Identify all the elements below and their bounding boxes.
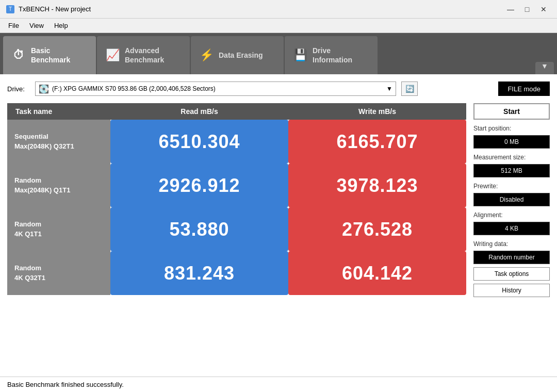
task-cell-2: Random4K Q1T1 [7,207,110,251]
menu-bar: File View Help [0,19,557,33]
minimize-button[interactable]: — [503,4,518,15]
task-cell-3: Random4K Q32T1 [7,251,110,295]
alignment-label: Alignment: [473,211,550,219]
advanced-benchmark-label: AdvancedBenchmark [125,46,164,64]
col-read: Read mB/s [110,103,288,120]
maximize-button[interactable]: □ [520,4,534,15]
app-icon: T [6,5,14,13]
alignment-value[interactable]: 4 KB [473,222,550,235]
start-position-label: Start position: [473,125,550,132]
drive-select[interactable]: 💽 (F:) XPG GAMMIX S70 953.86 GB (2,000,4… [35,81,396,96]
refresh-icon: 🔄 [405,85,414,93]
read-cell-0: 6510.304 [110,120,288,164]
close-button[interactable]: ✕ [536,4,551,15]
menu-view[interactable]: View [25,21,48,30]
read-cell-2: 53.880 [110,207,288,251]
table-row: Random4K Q1T153.880276.528 [7,207,466,251]
menu-file[interactable]: File [4,21,23,30]
prewrite-label: Prewrite: [473,183,550,190]
writing-data-label: Writing data: [473,240,550,248]
toolbar: ⏱ BasicBenchmark 📈 AdvancedBenchmark ⚡ D… [0,33,557,74]
toolbar-dropdown[interactable]: ▼ [535,62,554,74]
file-mode-button[interactable]: FILE mode [498,81,550,96]
start-button[interactable]: Start [473,103,550,120]
write-cell-1: 3978.123 [288,164,466,207]
start-position-value[interactable]: 0 MB [473,135,550,149]
col-write: Write mB/s [288,103,466,120]
status-bar: Basic Benchmark finished successfully. [0,377,557,392]
dropdown-arrow-icon: ▼ [541,62,548,70]
table-row: SequentialMax(2048K) Q32T16510.3046165.7… [7,120,466,164]
measurement-size-label: Measurement size: [473,154,550,161]
read-cell-3: 831.243 [110,251,288,295]
measurement-size-value[interactable]: 512 MB [473,164,550,177]
tab-advanced-benchmark[interactable]: 📈 AdvancedBenchmark [97,36,190,74]
drive-icon: 💾 [293,48,307,62]
drive-select-icon: 💽 [39,84,49,94]
read-cell-1: 2926.912 [110,164,288,207]
drive-label: Drive: [7,85,30,93]
writing-data-value[interactable]: Random number [473,251,550,264]
write-cell-2: 276.528 [288,207,466,251]
menu-help[interactable]: Help [50,21,72,30]
data-erasing-label: Data Erasing [219,51,263,60]
main-area: Drive: 💽 (F:) XPG GAMMIX S70 953.86 GB (… [0,74,557,377]
drive-name: (F:) XPG GAMMIX S70 953.86 GB (2,000,406… [52,85,216,92]
task-cell-1: RandomMax(2048K) Q1T1 [7,164,110,207]
title-bar-left: T TxBENCH - New project [6,5,91,13]
task-cell-0: SequentialMax(2048K) Q32T1 [7,120,110,164]
left-panel: Task name Read mB/s Write mB/s Sequentia… [7,103,466,373]
drive-refresh-button[interactable]: 🔄 [401,81,418,96]
tab-basic-benchmark[interactable]: ⏱ BasicBenchmark [3,36,96,74]
tab-data-erasing[interactable]: ⚡ Data Erasing [191,36,284,74]
right-panel: Start Start position: 0 MB Measurement s… [473,103,550,373]
col-task-name: Task name [7,103,110,120]
status-text: Basic Benchmark finished successfully. [7,381,124,388]
layout-wrapper: Task name Read mB/s Write mB/s Sequentia… [7,103,550,373]
title-bar-controls: — □ ✕ [503,4,551,15]
drive-information-label: DriveInformation [313,46,352,64]
history-button[interactable]: History [473,284,550,297]
basic-benchmark-label: BasicBenchmark [31,46,70,64]
task-options-button[interactable]: Task options [473,267,550,281]
window-title: TxBENCH - New project [19,5,91,13]
chart-icon: 📈 [105,48,120,62]
benchmark-table: Task name Read mB/s Write mB/s Sequentia… [7,103,466,295]
drive-row: Drive: 💽 (F:) XPG GAMMIX S70 953.86 GB (… [7,81,550,96]
tab-drive-information[interactable]: 💾 DriveInformation [285,36,378,74]
erasing-icon: ⚡ [199,48,214,62]
table-row: RandomMax(2048K) Q1T12926.9123978.123 [7,164,466,207]
prewrite-value[interactable]: Disabled [473,193,550,206]
title-bar: T TxBENCH - New project — □ ✕ [0,0,557,19]
stopwatch-icon: ⏱ [11,48,26,62]
drive-select-text: 💽 (F:) XPG GAMMIX S70 953.86 GB (2,000,4… [39,84,216,94]
write-cell-3: 604.142 [288,251,466,295]
write-cell-0: 6165.707 [288,120,466,164]
drive-dropdown-arrow: ▼ [386,85,392,92]
table-row: Random4K Q32T1831.243604.142 [7,251,466,295]
